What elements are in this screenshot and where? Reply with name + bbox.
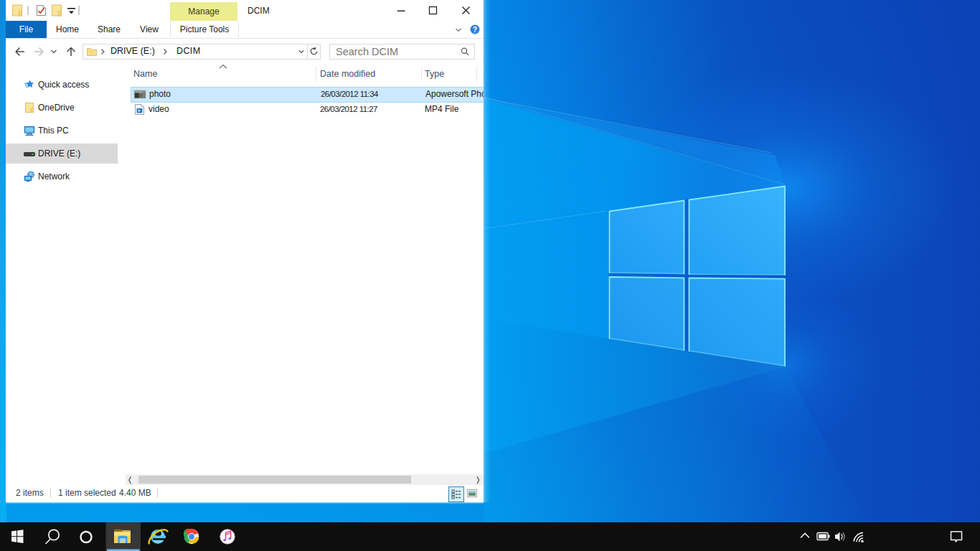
svg-text:?: ? [473,26,477,34]
